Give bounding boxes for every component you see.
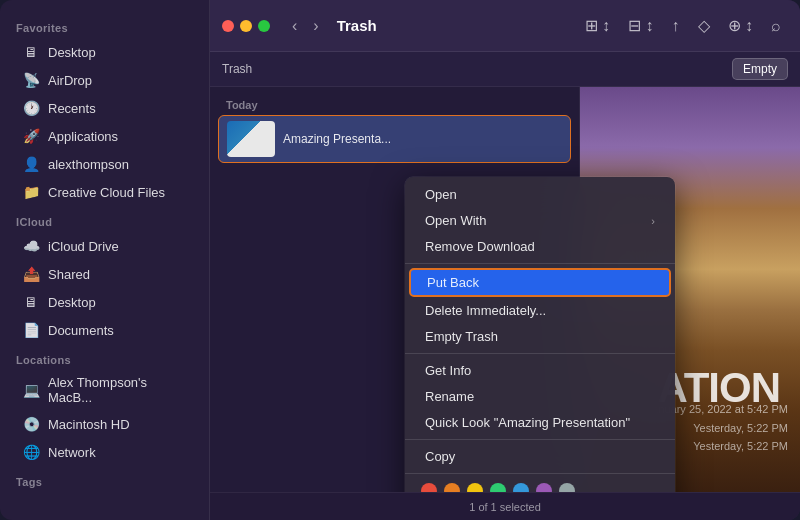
ctx-separator-3 (405, 439, 675, 440)
sidebar-item-label: Network (48, 445, 96, 460)
view-toggle-button[interactable]: ⊞ ↕ (578, 12, 617, 39)
ctx-separator-2 (405, 353, 675, 354)
sidebar-item-applications[interactable]: 🚀 Applications (6, 123, 203, 149)
color-dot-green[interactable] (490, 483, 506, 492)
empty-trash-button[interactable]: Empty (732, 58, 788, 80)
toolbar-nav: ‹ › (286, 13, 325, 39)
more-button[interactable]: ⊕ ↕ (721, 12, 760, 39)
file-area: Today Amazing Presenta... ATION Tuesday,… (210, 87, 800, 492)
color-dot-yellow[interactable] (467, 483, 483, 492)
share-button[interactable]: ↑ (665, 13, 687, 39)
sidebar-item-desktop-ic[interactable]: 🖥 Desktop (6, 289, 203, 315)
ctx-separator-1 (405, 263, 675, 264)
color-dot-blue[interactable] (513, 483, 529, 492)
sidebar-item-label: Creative Cloud Files (48, 185, 165, 200)
shared-icon: 📤 (22, 265, 40, 283)
traffic-lights (222, 20, 270, 32)
ctx-remove-download[interactable]: Remove Download (409, 234, 671, 259)
ctx-separator-4 (405, 473, 675, 474)
color-dot-purple[interactable] (536, 483, 552, 492)
sidebar-item-label: Recents (48, 101, 96, 116)
status-text: 1 of 1 selected (469, 501, 541, 513)
submenu-chevron: › (651, 215, 655, 227)
back-button[interactable]: ‹ (286, 13, 303, 39)
documents-icon: 📄 (22, 321, 40, 339)
sidebar-item-label: iCloud Drive (48, 239, 119, 254)
sidebar-item-label: Documents (48, 323, 114, 338)
tags-label: Tags (0, 466, 209, 492)
finder-content: Trash Empty Today Amazing Presenta... AT… (210, 52, 800, 520)
network-icon: 🌐 (22, 443, 40, 461)
ctx-open[interactable]: Open (409, 182, 671, 207)
icloud-label: iCloud (0, 206, 209, 232)
color-dot-red[interactable] (421, 483, 437, 492)
ctx-rename[interactable]: Rename (409, 384, 671, 409)
sidebar-item-recents[interactable]: 🕐 Recents (6, 95, 203, 121)
sidebar-item-label: Desktop (48, 295, 96, 310)
search-button[interactable]: ⌕ (764, 13, 788, 39)
sidebar-item-label: alexthompson (48, 157, 129, 172)
ctx-delete-immediately[interactable]: Delete Immediately... (409, 298, 671, 323)
sidebar-item-label: AirDrop (48, 73, 92, 88)
color-dot-gray[interactable] (559, 483, 575, 492)
color-tags-row (405, 478, 675, 492)
sidebar-item-label: Macintosh HD (48, 417, 130, 432)
finder-location: Trash (222, 62, 252, 76)
airdrop-icon: 📡 (22, 71, 40, 89)
sidebar-item-label: Applications (48, 129, 118, 144)
file-thumbnail (227, 121, 275, 157)
close-button[interactable] (222, 20, 234, 32)
sidebar-item-label: Shared (48, 267, 90, 282)
finder-header-bar: Trash Empty (210, 52, 800, 87)
macbook-icon: 💻 (22, 381, 40, 399)
ctx-empty-trash[interactable]: Empty Trash (409, 324, 671, 349)
disk-icon: 💿 (22, 415, 40, 433)
ctx-put-back[interactable]: Put Back (409, 268, 671, 297)
toolbar: ‹ › Trash ⊞ ↕ ⊟ ↕ ↑ ◇ ⊕ ↕ ⌕ (210, 0, 800, 52)
context-menu: Open Open With › Remove Download Put Bac… (405, 177, 675, 492)
sidebar: Favorites 🖥 Desktop 📡 AirDrop 🕐 Recents … (0, 0, 210, 520)
sidebar-item-macintosh-hd[interactable]: 💿 Macintosh HD (6, 411, 203, 437)
ctx-open-with[interactable]: Open With › (409, 208, 671, 233)
file-name: Amazing Presenta... (283, 132, 391, 146)
sidebar-item-desktop-fav[interactable]: 🖥 Desktop (6, 39, 203, 65)
ctx-quick-look[interactable]: Quick Look "Amazing Presentation" (409, 410, 671, 435)
desktop-ic-icon: 🖥 (22, 293, 40, 311)
tag-button[interactable]: ◇ (691, 12, 717, 39)
sidebar-item-network[interactable]: 🌐 Network (6, 439, 203, 465)
user-icon: 👤 (22, 155, 40, 173)
locations-label: Locations (0, 344, 209, 370)
desktop-fav-icon: 🖥 (22, 43, 40, 61)
group-button[interactable]: ⊟ ↕ (621, 12, 660, 39)
sidebar-item-label: Alex Thompson's MacB... (48, 375, 193, 405)
sidebar-item-shared[interactable]: 📤 Shared (6, 261, 203, 287)
sidebar-item-documents[interactable]: 📄 Documents (6, 317, 203, 343)
sidebar-item-macbook[interactable]: 💻 Alex Thompson's MacB... (6, 371, 203, 409)
toolbar-controls: ⊞ ↕ ⊟ ↕ ↑ ◇ ⊕ ↕ ⌕ (578, 12, 788, 39)
creative-cloud-icon: 📁 (22, 183, 40, 201)
sidebar-item-label: Desktop (48, 45, 96, 60)
sidebar-item-airdrop[interactable]: 📡 AirDrop (6, 67, 203, 93)
minimize-button[interactable] (240, 20, 252, 32)
sidebar-item-alexthompson[interactable]: 👤 alexthompson (6, 151, 203, 177)
applications-icon: 🚀 (22, 127, 40, 145)
forward-button[interactable]: › (307, 13, 324, 39)
sidebar-item-creative-cloud[interactable]: 📁 Creative Cloud Files (6, 179, 203, 205)
color-dot-orange[interactable] (444, 483, 460, 492)
file-item[interactable]: Amazing Presenta... (218, 115, 571, 163)
favorites-label: Favorites (0, 12, 209, 38)
date-section-label: Today (218, 95, 571, 115)
main-area: ‹ › Trash ⊞ ↕ ⊟ ↕ ↑ ◇ ⊕ ↕ ⌕ Trash Empty … (210, 0, 800, 520)
recents-icon: 🕐 (22, 99, 40, 117)
sidebar-item-icloud-drive[interactable]: ☁️ iCloud Drive (6, 233, 203, 259)
maximize-button[interactable] (258, 20, 270, 32)
ctx-copy[interactable]: Copy (409, 444, 671, 469)
window-title: Trash (337, 17, 570, 34)
status-bar: 1 of 1 selected (210, 492, 800, 520)
icloud-drive-icon: ☁️ (22, 237, 40, 255)
ctx-get-info[interactable]: Get Info (409, 358, 671, 383)
